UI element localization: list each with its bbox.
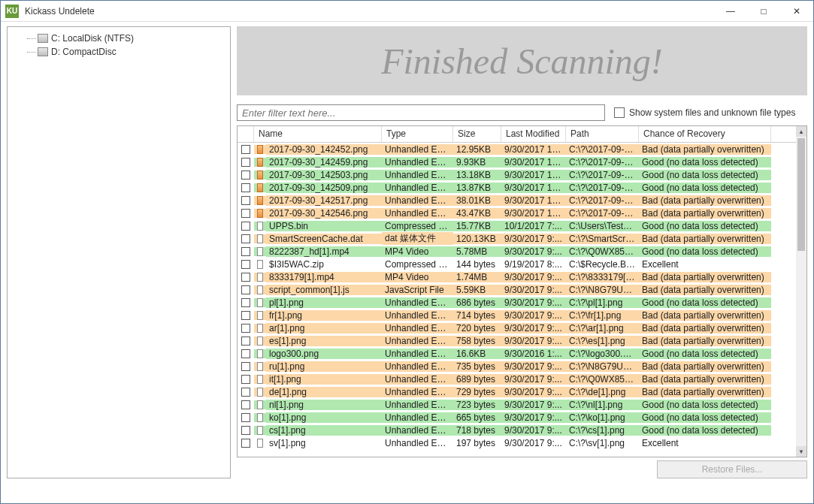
row-checkbox[interactable] — [238, 400, 254, 409]
cell-type: Unhandled Exte... — [382, 157, 453, 167]
col-size[interactable]: Size — [453, 126, 501, 142]
row-checkbox[interactable] — [238, 349, 254, 358]
table-row[interactable]: de[1].pngUnhandled Exte...729 bytes9/30/… — [238, 385, 796, 398]
scroll-thumb[interactable] — [797, 138, 805, 251]
row-checkbox[interactable] — [238, 158, 254, 167]
row-checkbox[interactable] — [238, 413, 254, 422]
cell-name: UPPS.bin — [266, 221, 382, 231]
table-row[interactable]: sv[1].pngUnhandled Exte...197 bytes9/30/… — [238, 436, 796, 449]
table-row[interactable]: es[1].pngUnhandled Exte...758 bytes9/30/… — [238, 334, 796, 347]
row-checkbox[interactable] — [238, 388, 254, 397]
cell-name: pl[1].png — [266, 297, 382, 308]
row-checkbox[interactable] — [238, 234, 254, 243]
table-row[interactable]: fr[1].pngUnhandled Exte...714 bytes9/30/… — [238, 309, 796, 321]
scrollbar[interactable]: ▲ ▼ — [796, 126, 806, 457]
cell-path: C:\?\ko[1].png — [566, 412, 639, 423]
row-checkbox[interactable] — [238, 273, 254, 282]
cell-modified: 9/30/2017 9:... — [501, 246, 566, 257]
row-checkbox[interactable] — [238, 362, 254, 371]
table-row[interactable]: 8222387_hd[1].mp4MP4 Video5.78MB9/30/201… — [238, 245, 796, 258]
table-row[interactable]: SmartScreenCache.datdat 媒体文件120.13KB9/30… — [238, 232, 796, 245]
file-icon — [254, 196, 266, 205]
cell-type: Compressed File... — [382, 259, 453, 270]
col-name[interactable]: Name — [254, 126, 382, 142]
table-row[interactable]: UPPS.binCompressed File...15.77KB10/1/20… — [238, 219, 796, 232]
col-modified[interactable]: Last Modified — [501, 126, 566, 142]
cell-recovery: Good (no data loss detected) — [639, 183, 771, 193]
row-checkbox[interactable] — [238, 324, 254, 333]
filter-input[interactable] — [237, 104, 605, 121]
row-checkbox[interactable] — [238, 222, 254, 231]
cell-name: 8222387_hd[1].mp4 — [266, 246, 382, 257]
row-checkbox[interactable] — [238, 298, 254, 307]
row-checkbox[interactable] — [238, 285, 254, 294]
table-row[interactable]: $I3I5WAC.zipCompressed File...144 bytes9… — [238, 258, 796, 270]
cell-name: $I3I5WAC.zip — [266, 259, 382, 270]
restore-button[interactable]: Restore Files... — [657, 460, 807, 478]
table-row[interactable]: logo300.pngUnhandled Exte...16.6KB9/30/2… — [238, 347, 796, 360]
drive-item-d[interactable]: D: CompactDisc — [12, 45, 225, 59]
show-system-label: Show system files and unknown file types — [629, 107, 795, 118]
cell-path: C:\?\2017-09-3... — [566, 157, 639, 167]
table-row[interactable]: script_common[1].jsJavaScript File5.59KB… — [238, 283, 796, 296]
scroll-down-icon[interactable]: ▼ — [796, 446, 806, 457]
row-checkbox[interactable] — [238, 337, 254, 346]
cell-path: C:\?\8333179[1... — [566, 272, 639, 282]
row-checkbox[interactable] — [238, 260, 254, 269]
table-row[interactable]: pl[1].pngUnhandled Exte...686 bytes9/30/… — [238, 296, 796, 309]
cell-path: C:\?\nl[1].png — [566, 400, 639, 410]
row-checkbox[interactable] — [238, 209, 254, 218]
cell-path: C:\?\2017-09-3... — [566, 144, 639, 155]
table-row[interactable]: 2017-09-30_142452.pngUnhandled Exte...12… — [238, 143, 796, 155]
table-row[interactable]: 2017-09-30_142517.pngUnhandled Exte...38… — [238, 194, 796, 207]
row-checkbox[interactable] — [238, 311, 254, 320]
table-row[interactable]: 2017-09-30_142509.pngUnhandled Exte...13… — [238, 181, 796, 194]
cell-size: 197 bytes — [453, 438, 501, 448]
row-checkbox[interactable] — [238, 426, 254, 435]
row-checkbox[interactable] — [238, 375, 254, 384]
scroll-up-icon[interactable]: ▲ — [796, 126, 806, 137]
cell-size: 714 bytes — [453, 310, 501, 321]
minimize-button[interactable]: — — [714, 1, 747, 22]
table-row[interactable]: cs[1].pngUnhandled Exte...718 bytes9/30/… — [238, 424, 796, 436]
row-checkbox[interactable] — [238, 183, 254, 192]
show-system-checkbox[interactable] — [614, 107, 625, 118]
row-checkbox[interactable] — [238, 439, 254, 448]
table-row[interactable]: ar[1].pngUnhandled Exte...720 bytes9/30/… — [238, 321, 796, 334]
row-checkbox[interactable] — [238, 171, 254, 180]
table-row[interactable]: 8333179[1].mp4MP4 Video1.74MB9/30/2017 9… — [238, 270, 796, 283]
drive-label: C: LocalDisk (NTFS) — [51, 33, 134, 44]
file-icon — [254, 311, 266, 320]
close-button[interactable]: ✕ — [780, 1, 813, 22]
table-row[interactable]: 2017-09-30_142459.pngUnhandled Exte...9.… — [238, 155, 796, 168]
col-recovery[interactable]: Chance of Recovery — [639, 126, 771, 142]
col-type[interactable]: Type — [382, 126, 453, 142]
maximize-button[interactable]: □ — [747, 1, 780, 22]
cell-size: 5.59KB — [453, 285, 501, 295]
table-row[interactable]: ko[1].pngUnhandled Exte...665 bytes9/30/… — [238, 411, 796, 424]
cell-type: Unhandled Exte... — [382, 195, 453, 206]
cell-size: 38.01KB — [453, 195, 501, 206]
table-row[interactable]: nl[1].pngUnhandled Exte...723 bytes9/30/… — [238, 398, 796, 411]
row-checkbox[interactable] — [238, 145, 254, 154]
row-checkbox[interactable] — [238, 196, 254, 205]
cell-type: MP4 Video — [382, 246, 453, 257]
table-row[interactable]: ru[1].pngUnhandled Exte...735 bytes9/30/… — [238, 360, 796, 373]
cell-name: 2017-09-30_142546.png — [266, 208, 382, 219]
cell-recovery: Good (no data loss detected) — [639, 170, 771, 180]
cell-modified: 9/30/2017 9:... — [501, 297, 566, 308]
table-row[interactable]: it[1].pngUnhandled Exte...689 bytes9/30/… — [238, 373, 796, 385]
cell-recovery: Good (no data loss detected) — [639, 157, 771, 167]
cell-type: Unhandled Exte... — [382, 438, 453, 448]
table-row[interactable]: 2017-09-30_142546.pngUnhandled Exte...43… — [238, 207, 796, 219]
col-path[interactable]: Path — [566, 126, 639, 142]
cell-type: dat 媒体文件 — [382, 232, 453, 245]
file-icon — [254, 234, 266, 243]
row-checkbox[interactable] — [238, 247, 254, 256]
drive-item-c[interactable]: C: LocalDisk (NTFS) — [12, 32, 225, 45]
cell-path: C:\?\2017-09-3... — [566, 170, 639, 180]
file-icon — [254, 388, 266, 397]
table-row[interactable]: 2017-09-30_142503.pngUnhandled Exte...13… — [238, 168, 796, 181]
cell-modified: 9/30/2017 11... — [501, 144, 566, 155]
cell-path: C:\?\es[1].png — [566, 336, 639, 346]
